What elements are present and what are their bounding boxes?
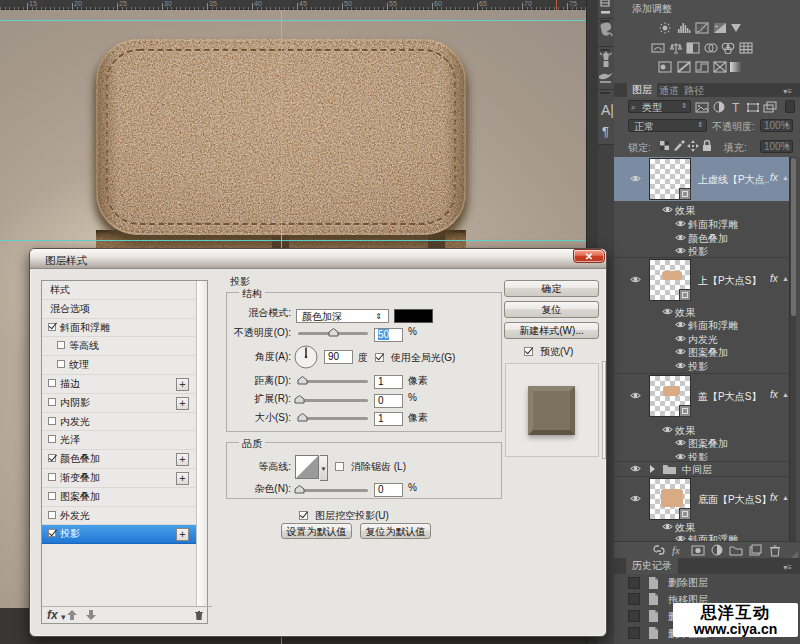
svg-text:fx: fx	[672, 544, 680, 556]
svg-text:¶: ¶	[602, 124, 609, 139]
svg-text:T: T	[732, 101, 740, 114]
svg-text:A|: A|	[601, 102, 614, 118]
svg-text:+: +	[715, 23, 718, 29]
